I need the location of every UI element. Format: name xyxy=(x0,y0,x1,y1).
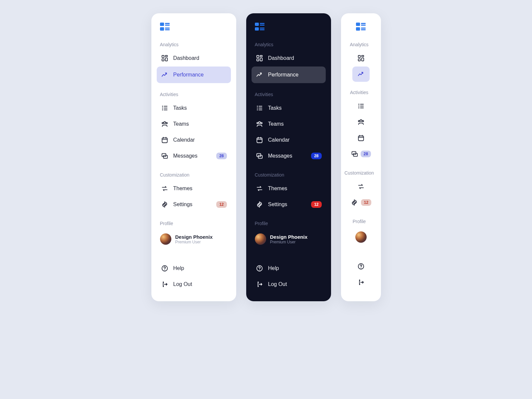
logout-icon xyxy=(256,280,264,288)
nav-themes[interactable]: Themes xyxy=(252,181,326,196)
chat-icon xyxy=(256,152,264,160)
section-activities: Activities xyxy=(157,90,231,100)
nav-settings[interactable]: Settings 12 xyxy=(348,195,374,210)
nav-label: Tasks xyxy=(173,105,227,111)
nav-label: Calendar xyxy=(173,137,227,143)
sidebar-light-collapsed: Analytics Dashboard Performance Activiti… xyxy=(341,13,381,301)
nav-tasks[interactable]: Tasks xyxy=(157,100,231,116)
section-customization: Customization xyxy=(344,168,377,179)
profile-block[interactable]: Design Phoenix Premium User xyxy=(157,231,231,247)
chat-icon xyxy=(351,150,359,158)
chat-icon xyxy=(161,152,169,160)
nav-settings[interactable]: Settings 12 xyxy=(157,197,231,212)
nav-tasks[interactable]: Tasks xyxy=(354,98,368,114)
users-icon xyxy=(256,120,264,128)
nav-label: Log Out xyxy=(173,281,227,287)
profile-name: Design Phoenix xyxy=(175,234,213,240)
section-customization: Customization xyxy=(157,170,231,181)
swap-icon xyxy=(161,185,169,193)
nav-teams[interactable]: Teams xyxy=(157,116,231,132)
nav-messages[interactable]: Messages 28 xyxy=(348,146,374,162)
nav-settings[interactable]: Settings 12 xyxy=(252,197,326,212)
list-icon xyxy=(357,102,365,110)
trend-up-icon xyxy=(357,70,365,78)
profile-subtitle: Premium User xyxy=(175,240,213,244)
profile-block[interactable]: Design Phoenix Premium User xyxy=(352,229,370,245)
dashboard-icon xyxy=(161,54,169,62)
settings-badge: 12 xyxy=(361,199,371,206)
avatar xyxy=(355,231,367,243)
help-icon xyxy=(256,264,264,272)
nav-label: Performance xyxy=(268,72,322,78)
gear-icon xyxy=(161,200,169,208)
nav-label: Help xyxy=(268,265,322,271)
nav-label: Log Out xyxy=(268,281,322,287)
nav-label: Messages xyxy=(268,153,307,159)
list-icon xyxy=(256,104,264,112)
nav-help[interactable]: Help xyxy=(354,259,368,274)
nav-label: Teams xyxy=(173,121,227,127)
settings-badge: 12 xyxy=(216,201,227,208)
nav-calendar[interactable]: Calendar xyxy=(157,132,231,148)
section-customization: Customization xyxy=(252,170,326,181)
gear-icon xyxy=(256,200,264,208)
profile-subtitle: Premium User xyxy=(270,240,308,244)
nav-label: Messages xyxy=(173,153,212,159)
nav-calendar[interactable]: Calendar xyxy=(252,132,326,148)
dashboard-icon xyxy=(357,54,365,62)
sidebar-light-expanded: Analytics Dashboard Performance Activiti… xyxy=(151,13,236,301)
nav-messages[interactable]: Messages 28 xyxy=(157,148,231,164)
app-logo xyxy=(255,23,265,31)
calendar-icon xyxy=(256,136,264,144)
logout-icon xyxy=(161,280,169,288)
calendar-icon xyxy=(161,136,169,144)
nav-dashboard[interactable]: Dashboard xyxy=(252,51,326,66)
sidebar-dark-expanded: Analytics Dashboard Performance Activiti… xyxy=(246,13,331,301)
gear-icon xyxy=(350,199,358,206)
calendar-icon xyxy=(357,134,365,142)
nav-logout[interactable]: Log Out xyxy=(252,277,326,292)
section-analytics: Analytics xyxy=(350,40,372,51)
nav-themes[interactable]: Themes xyxy=(157,181,231,196)
section-analytics: Analytics xyxy=(157,40,231,51)
swap-icon xyxy=(357,183,365,191)
nav-logout[interactable]: Log Out xyxy=(354,275,368,290)
app-logo xyxy=(160,23,170,31)
app-logo xyxy=(356,23,366,31)
nav-performance[interactable]: Performance xyxy=(352,66,370,82)
profile-name: Design Phoenix xyxy=(270,234,308,240)
nav-logout[interactable]: Log Out xyxy=(157,277,231,292)
nav-help[interactable]: Help xyxy=(157,261,231,276)
nav-teams[interactable]: Teams xyxy=(252,116,326,132)
section-activities: Activities xyxy=(350,88,372,98)
section-profile: Profile xyxy=(252,219,326,229)
messages-badge: 28 xyxy=(361,151,371,157)
swap-icon xyxy=(256,185,264,193)
nav-messages[interactable]: Messages 28 xyxy=(252,148,326,164)
nav-performance[interactable]: Performance xyxy=(252,66,326,83)
help-icon xyxy=(161,264,169,272)
nav-themes[interactable]: Themes xyxy=(354,179,368,194)
avatar xyxy=(160,233,171,245)
nav-dashboard[interactable]: Dashboard xyxy=(157,51,231,66)
dashboard-icon xyxy=(256,54,264,62)
nav-label: Calendar xyxy=(268,137,322,143)
nav-label: Teams xyxy=(268,121,322,127)
nav-performance[interactable]: Performance xyxy=(157,66,231,83)
nav-label: Settings xyxy=(268,201,307,207)
section-analytics: Analytics xyxy=(252,40,326,51)
nav-label: Settings xyxy=(173,201,212,207)
nav-calendar[interactable]: Calendar xyxy=(354,130,368,146)
nav-teams[interactable]: Teams xyxy=(354,114,368,130)
nav-label: Themes xyxy=(268,186,322,192)
nav-label: Help xyxy=(173,265,227,271)
nav-dashboard[interactable]: Dashboard xyxy=(354,51,368,66)
users-icon xyxy=(357,118,365,126)
nav-label: Tasks xyxy=(268,105,322,111)
trend-up-icon xyxy=(161,71,169,79)
nav-help[interactable]: Help xyxy=(252,261,326,276)
nav-tasks[interactable]: Tasks xyxy=(252,100,326,116)
nav-label: Themes xyxy=(173,186,227,192)
settings-badge: 12 xyxy=(311,201,321,208)
profile-block[interactable]: Design Phoenix Premium User xyxy=(252,231,326,247)
